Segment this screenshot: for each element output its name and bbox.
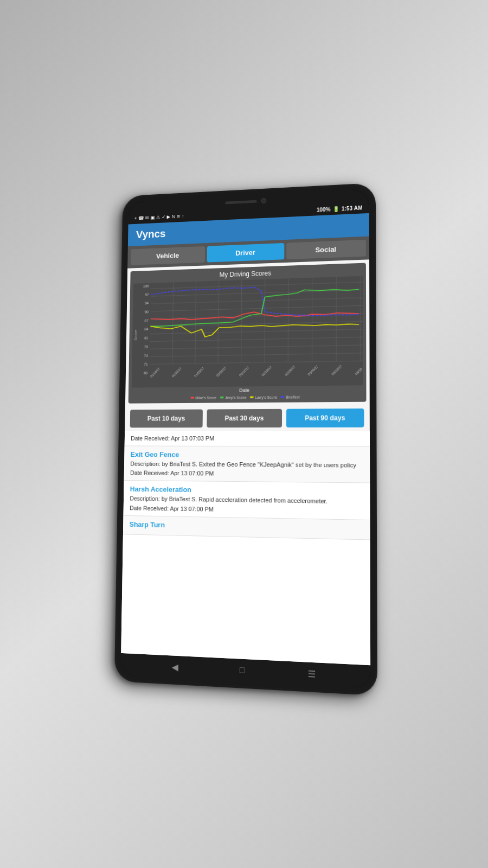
tab-driver[interactable]: Driver [207, 243, 284, 263]
svg-rect-23 [281, 396, 284, 398]
event-title-harsh: Harsh Acceleration [130, 485, 363, 496]
notification-icons: + ☎ ✉ ▣ ⚠ ✓ ▶ N ≋ ↑ [134, 214, 184, 221]
chart-legend: Mike's Score Jeep's Score Larry's Score … [131, 394, 363, 400]
events-list: Date Received: Apr 13 07:03 PM Exit Geo … [121, 431, 370, 665]
svg-rect-20 [190, 397, 194, 398]
phone-device: + ☎ ✉ ▣ ⚠ ✓ ▶ N ≋ ↑ 100% 🔋 1:53 AM Vyncs… [114, 183, 377, 695]
chart-area: 100 97 94 90 87 84 81 78 74 71 68 [138, 276, 363, 388]
legend-briatest: BriaTest [280, 394, 300, 399]
svg-line-14 [241, 280, 242, 363]
svg-line-16 [288, 278, 288, 362]
event-date-header: Date Received: Apr 13 07:03 PM [125, 431, 370, 447]
menu-button[interactable]: ☰ [304, 666, 320, 682]
back-button[interactable]: ◀ [167, 659, 182, 675]
svg-rect-21 [220, 397, 223, 398]
svg-line-7 [150, 337, 363, 341]
legend-jeeps-score: Jeep's Score [220, 395, 246, 399]
speaker [225, 200, 256, 204]
chart-y-axis: 100 97 94 90 87 84 81 78 74 71 68 [138, 283, 150, 376]
svg-line-13 [218, 281, 219, 363]
svg-line-12 [195, 282, 196, 363]
svg-rect-22 [250, 397, 253, 398]
list-item: Exit Geo Fence Description: by BriaTest … [124, 446, 370, 483]
event-date-harsh: Date Received: Apr 13 07:00 PM [130, 505, 363, 515]
chart-svg [150, 276, 363, 376]
status-icons: + ☎ ✉ ▣ ⚠ ✓ ▶ N ≋ ↑ [134, 214, 184, 221]
svg-line-15 [265, 279, 265, 362]
chart-section: My Driving Scores Score 100 97 94 90 87 … [129, 263, 367, 404]
battery-icon: 🔋 [333, 206, 339, 212]
event-date-received-1: Date Received: Apr 13 07:03 PM [131, 435, 363, 442]
list-item: Sharp Turn [123, 516, 370, 540]
home-button[interactable]: □ [235, 662, 250, 678]
event-desc-geo: Description: by BriaTest S. Exited the G… [130, 460, 363, 470]
svg-line-3 [151, 305, 363, 311]
phone-screen: + ☎ ✉ ▣ ⚠ ✓ ▶ N ≋ ↑ 100% 🔋 1:53 AM Vyncs… [121, 189, 371, 688]
svg-line-11 [172, 282, 174, 363]
chart-plot [150, 276, 363, 376]
chart-x-title: Date [132, 386, 363, 394]
svg-line-0 [151, 282, 362, 289]
event-title-sharp: Sharp Turn [129, 520, 363, 533]
period-30-days[interactable]: Past 30 days [207, 409, 282, 427]
svg-line-8 [150, 345, 363, 349]
time-display: 1:53 AM [342, 205, 363, 212]
event-date-geo: Date Received: Apr 13 07:00 PM [130, 470, 363, 478]
status-right: 100% 🔋 1:53 AM [317, 205, 363, 213]
tab-vehicle[interactable]: Vehicle [131, 246, 206, 265]
battery-percent: 100% [317, 206, 331, 213]
app-content: Vyncs Vehicle Driver Social My Driving S… [121, 213, 370, 665]
period-90-days[interactable]: Past 90 days [286, 409, 364, 427]
camera [261, 198, 266, 203]
list-item: Harsh Acceleration Description: by BriaT… [124, 481, 370, 520]
legend-larrys-score: Larry's Score [249, 395, 277, 399]
chart-x-labels: 01/14/17 01/22/17 01/29/17 02/05/17 02/1… [150, 373, 363, 387]
event-title-geo: Exit Geo Fence [131, 450, 363, 459]
legend-mikes-score: Mike's Score [190, 395, 216, 400]
tab-social[interactable]: Social [286, 240, 366, 259]
svg-line-10 [150, 361, 363, 364]
app-title: Vyncs [136, 228, 166, 240]
svg-line-9 [150, 353, 363, 357]
svg-line-2 [151, 298, 363, 304]
period-10-days[interactable]: Past 10 days [130, 410, 203, 428]
chart-container: Score 100 97 94 90 87 84 81 78 74 71 [132, 276, 363, 388]
period-buttons: Past 10 days Past 30 days Past 90 days [125, 405, 370, 431]
svg-line-6 [150, 329, 363, 334]
